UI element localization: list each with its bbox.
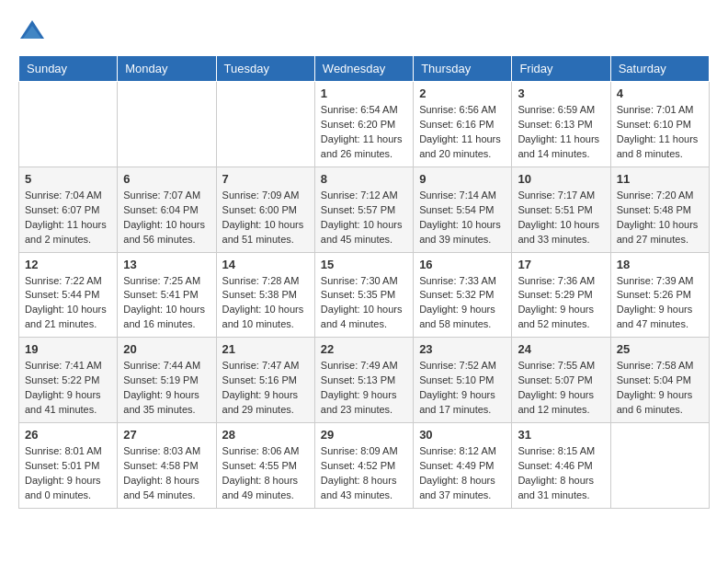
weekday-header: Monday <box>118 56 216 82</box>
day-number: 27 <box>123 428 210 442</box>
calendar-cell <box>19 82 118 167</box>
day-number: 9 <box>419 172 506 186</box>
day-number: 25 <box>617 342 703 356</box>
calendar-cell: 22Sunrise: 7:49 AMSunset: 5:13 PMDayligh… <box>314 338 413 423</box>
calendar-cell: 12Sunrise: 7:22 AMSunset: 5:44 PMDayligh… <box>19 252 118 338</box>
calendar-cell <box>118 82 216 167</box>
day-info: Sunrise: 7:22 AMSunset: 5:44 PMDaylight:… <box>25 274 111 333</box>
day-info: Sunrise: 7:20 AMSunset: 5:48 PMDaylight:… <box>617 189 703 247</box>
day-number: 23 <box>419 342 506 356</box>
day-info: Sunrise: 6:56 AMSunset: 6:16 PMDaylight:… <box>419 103 506 162</box>
day-number: 28 <box>222 428 309 442</box>
day-number: 4 <box>617 86 703 100</box>
day-info: Sunrise: 7:09 AMSunset: 6:00 PMDaylight:… <box>222 189 309 247</box>
calendar-cell: 20Sunrise: 7:44 AMSunset: 5:19 PMDayligh… <box>118 338 216 423</box>
day-number: 8 <box>321 172 407 186</box>
day-info: Sunrise: 7:44 AMSunset: 5:19 PMDaylight:… <box>123 359 210 418</box>
calendar-week-row: 19Sunrise: 7:41 AMSunset: 5:22 PMDayligh… <box>19 338 710 423</box>
day-number: 11 <box>617 172 703 186</box>
day-info: Sunrise: 7:12 AMSunset: 5:57 PMDaylight:… <box>321 189 407 247</box>
calendar-header-row: SundayMondayTuesdayWednesdayThursdayFrid… <box>19 56 710 82</box>
calendar-cell: 24Sunrise: 7:55 AMSunset: 5:07 PMDayligh… <box>512 338 610 423</box>
calendar-cell: 14Sunrise: 7:28 AMSunset: 5:38 PMDayligh… <box>216 252 314 338</box>
day-number: 13 <box>123 258 210 271</box>
calendar-cell: 27Sunrise: 8:03 AMSunset: 4:58 PMDayligh… <box>118 423 216 509</box>
weekday-header: Thursday <box>414 56 512 82</box>
day-number: 6 <box>123 172 210 186</box>
day-number: 3 <box>518 86 604 100</box>
calendar-cell: 7Sunrise: 7:09 AMSunset: 6:00 PMDaylight… <box>216 167 314 252</box>
weekday-header: Friday <box>512 56 610 82</box>
calendar-cell: 11Sunrise: 7:20 AMSunset: 5:48 PMDayligh… <box>610 167 709 252</box>
logo <box>18 18 50 46</box>
calendar-cell: 21Sunrise: 7:47 AMSunset: 5:16 PMDayligh… <box>216 338 314 423</box>
weekday-header: Sunday <box>19 56 118 82</box>
day-info: Sunrise: 8:09 AMSunset: 4:52 PMDaylight:… <box>321 444 407 503</box>
day-number: 30 <box>419 428 506 442</box>
day-info: Sunrise: 7:52 AMSunset: 5:10 PMDaylight:… <box>419 359 506 418</box>
calendar-cell: 23Sunrise: 7:52 AMSunset: 5:10 PMDayligh… <box>414 338 512 423</box>
calendar-cell <box>610 423 709 509</box>
calendar-cell: 13Sunrise: 7:25 AMSunset: 5:41 PMDayligh… <box>118 252 216 338</box>
day-info: Sunrise: 8:06 AMSunset: 4:55 PMDaylight:… <box>222 444 309 503</box>
calendar-week-row: 26Sunrise: 8:01 AMSunset: 5:01 PMDayligh… <box>19 423 710 509</box>
weekday-header: Tuesday <box>216 56 314 82</box>
day-number: 29 <box>321 428 407 442</box>
calendar-table: SundayMondayTuesdayWednesdayThursdayFrid… <box>18 55 710 509</box>
day-number: 1 <box>321 86 407 100</box>
day-info: Sunrise: 8:03 AMSunset: 4:58 PMDaylight:… <box>123 444 210 503</box>
day-number: 16 <box>419 258 506 271</box>
calendar-cell: 19Sunrise: 7:41 AMSunset: 5:22 PMDayligh… <box>19 338 118 423</box>
day-info: Sunrise: 7:49 AMSunset: 5:13 PMDaylight:… <box>321 359 407 418</box>
day-info: Sunrise: 7:39 AMSunset: 5:26 PMDaylight:… <box>617 274 703 333</box>
day-number: 22 <box>321 342 407 356</box>
day-info: Sunrise: 8:15 AMSunset: 4:46 PMDaylight:… <box>518 444 604 503</box>
calendar-cell: 26Sunrise: 8:01 AMSunset: 5:01 PMDayligh… <box>19 423 118 509</box>
day-number: 12 <box>25 258 111 271</box>
calendar-cell: 3Sunrise: 6:59 AMSunset: 6:13 PMDaylight… <box>512 82 610 167</box>
calendar-week-row: 12Sunrise: 7:22 AMSunset: 5:44 PMDayligh… <box>19 252 710 338</box>
calendar-cell: 10Sunrise: 7:17 AMSunset: 5:51 PMDayligh… <box>512 167 610 252</box>
calendar-week-row: 5Sunrise: 7:04 AMSunset: 6:07 PMDaylight… <box>19 167 710 252</box>
day-number: 15 <box>321 258 407 271</box>
day-info: Sunrise: 7:04 AMSunset: 6:07 PMDaylight:… <box>25 189 111 247</box>
day-info: Sunrise: 7:41 AMSunset: 5:22 PMDaylight:… <box>25 359 111 418</box>
weekday-header: Wednesday <box>314 56 413 82</box>
day-info: Sunrise: 6:54 AMSunset: 6:20 PMDaylight:… <box>321 103 407 162</box>
day-number: 18 <box>617 258 703 271</box>
calendar-cell: 2Sunrise: 6:56 AMSunset: 6:16 PMDaylight… <box>414 82 512 167</box>
day-number: 2 <box>419 86 506 100</box>
day-number: 10 <box>518 172 604 186</box>
day-info: Sunrise: 6:59 AMSunset: 6:13 PMDaylight:… <box>518 103 604 162</box>
calendar-cell: 15Sunrise: 7:30 AMSunset: 5:35 PMDayligh… <box>314 252 413 338</box>
calendar-cell: 4Sunrise: 7:01 AMSunset: 6:10 PMDaylight… <box>610 82 709 167</box>
calendar-cell: 31Sunrise: 8:15 AMSunset: 4:46 PMDayligh… <box>512 423 610 509</box>
day-info: Sunrise: 7:01 AMSunset: 6:10 PMDaylight:… <box>617 103 703 162</box>
calendar-cell: 18Sunrise: 7:39 AMSunset: 5:26 PMDayligh… <box>610 252 709 338</box>
calendar-cell: 8Sunrise: 7:12 AMSunset: 5:57 PMDaylight… <box>314 167 413 252</box>
day-number: 26 <box>25 428 111 442</box>
calendar-cell: 29Sunrise: 8:09 AMSunset: 4:52 PMDayligh… <box>314 423 413 509</box>
day-number: 7 <box>222 172 309 186</box>
day-info: Sunrise: 7:33 AMSunset: 5:32 PMDaylight:… <box>419 274 506 333</box>
day-info: Sunrise: 7:55 AMSunset: 5:07 PMDaylight:… <box>518 359 604 418</box>
calendar-cell: 25Sunrise: 7:58 AMSunset: 5:04 PMDayligh… <box>610 338 709 423</box>
calendar-week-row: 1Sunrise: 6:54 AMSunset: 6:20 PMDaylight… <box>19 82 710 167</box>
day-info: Sunrise: 7:28 AMSunset: 5:38 PMDaylight:… <box>222 274 309 333</box>
day-info: Sunrise: 7:25 AMSunset: 5:41 PMDaylight:… <box>123 274 210 333</box>
day-info: Sunrise: 7:07 AMSunset: 6:04 PMDaylight:… <box>123 189 210 247</box>
day-info: Sunrise: 7:58 AMSunset: 5:04 PMDaylight:… <box>617 359 703 418</box>
logo-icon <box>18 18 46 46</box>
day-number: 31 <box>518 428 604 442</box>
calendar-cell: 28Sunrise: 8:06 AMSunset: 4:55 PMDayligh… <box>216 423 314 509</box>
calendar-cell: 9Sunrise: 7:14 AMSunset: 5:54 PMDaylight… <box>414 167 512 252</box>
day-info: Sunrise: 7:36 AMSunset: 5:29 PMDaylight:… <box>518 274 604 333</box>
calendar-cell: 5Sunrise: 7:04 AMSunset: 6:07 PMDaylight… <box>19 167 118 252</box>
day-number: 5 <box>25 172 111 186</box>
day-number: 21 <box>222 342 309 356</box>
weekday-header: Saturday <box>610 56 709 82</box>
calendar-cell: 30Sunrise: 8:12 AMSunset: 4:49 PMDayligh… <box>414 423 512 509</box>
day-number: 17 <box>518 258 604 271</box>
day-info: Sunrise: 8:01 AMSunset: 5:01 PMDaylight:… <box>25 444 111 503</box>
day-info: Sunrise: 7:47 AMSunset: 5:16 PMDaylight:… <box>222 359 309 418</box>
